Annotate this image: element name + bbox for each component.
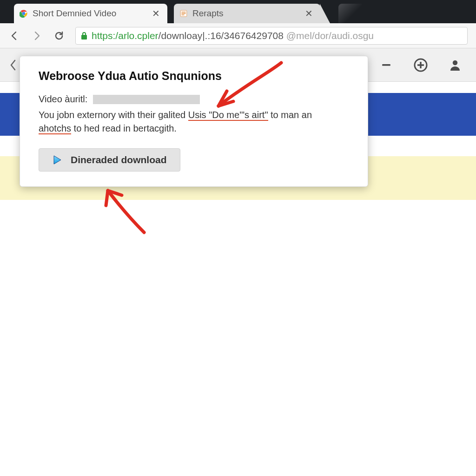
close-icon[interactable]: ✕: [303, 8, 315, 19]
download-popup: Webroose Ydua Autio Snqunions Video àuri…: [20, 56, 368, 187]
svg-rect-5: [182, 12, 186, 13]
tab-stack: [338, 4, 362, 23]
person-icon[interactable]: [447, 57, 463, 73]
tab-inactive[interactable]: Rerapts ✕: [174, 4, 320, 23]
forward-button[interactable]: [31, 30, 43, 42]
minus-button[interactable]: [378, 57, 394, 73]
svg-rect-9: [382, 64, 390, 66]
video-field-label: Video àuritl:: [39, 94, 87, 105]
desc-link-2[interactable]: ahotchs: [39, 123, 71, 134]
desc-part-b: to man an: [268, 110, 312, 120]
svg-rect-6: [182, 13, 186, 14]
tab-strip: Short Demnied Video ✕ Rerapts ✕: [0, 0, 476, 23]
lock-icon: [80, 32, 88, 40]
video-field-input[interactable]: [93, 95, 200, 104]
address-text: https:/arlo.cpler/downloay|.:16/34676429…: [92, 30, 374, 41]
nav-bar: https:/arlo.cpler/downloay|.:16/34676429…: [0, 23, 476, 48]
video-field-row: Video àuritl:: [39, 94, 349, 105]
tab-title: Short Demnied Video: [33, 8, 145, 19]
desc-link-1[interactable]: Usis "Do me'"s airt": [188, 110, 268, 121]
popup-title: Webroose Ydua Autio Snqunions: [39, 69, 349, 83]
doc-icon: [179, 9, 188, 18]
svg-rect-8: [81, 35, 87, 40]
svg-rect-12: [420, 62, 421, 68]
plus-button[interactable]: [413, 57, 429, 73]
popup-description: You jobn externory with their galited Us…: [39, 108, 349, 135]
download-button-label: Dineraded download: [71, 154, 167, 165]
back-button[interactable]: [8, 30, 20, 42]
svg-rect-7: [182, 14, 185, 15]
chrome-icon: [20, 9, 28, 18]
tab-active[interactable]: Short Demnied Video ✕: [14, 4, 167, 23]
download-button[interactable]: Dineraded download: [39, 148, 180, 172]
svg-point-13: [453, 60, 457, 65]
desc-part-c: to hed read in bertacgith.: [71, 123, 177, 133]
address-bar[interactable]: https:/arlo.cpler/downloay|.:16/34676429…: [75, 27, 468, 45]
chevron-left-icon[interactable]: [8, 59, 18, 72]
tab-title: Rerapts: [192, 8, 298, 19]
desc-part-a: You jobn externory with their galited: [39, 110, 188, 120]
play-icon: [52, 155, 62, 165]
close-icon[interactable]: ✕: [150, 8, 162, 19]
tab-slant: [320, 4, 330, 23]
reload-button[interactable]: [53, 30, 65, 42]
